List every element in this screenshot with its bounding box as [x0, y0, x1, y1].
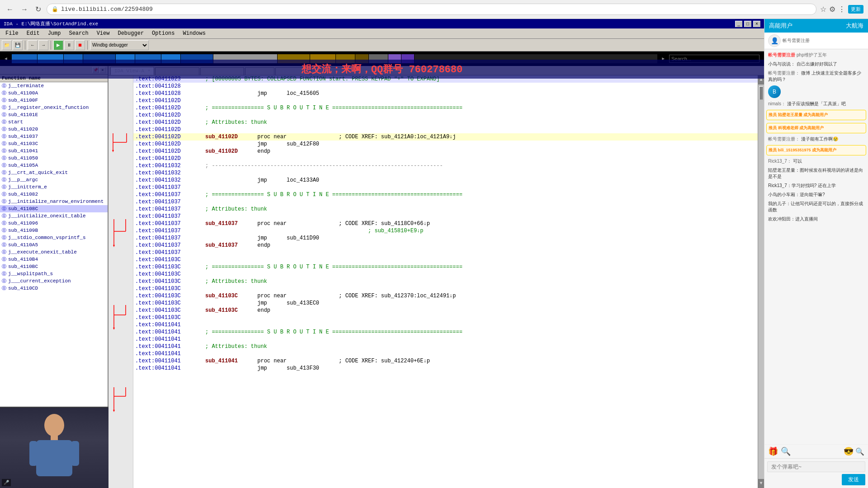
list-item[interactable]: ⓪ sub_4110CD	[0, 285, 108, 292]
url-bar[interactable]: 🔒 live.bilibili.com/22594809	[47, 4, 816, 15]
code-line: .text:00411028 jmp loc_415605	[133, 90, 758, 97]
chat-message: 我的儿子：让他写代码还是可以的，直接拆分成函数	[766, 200, 866, 214]
list-item[interactable]: ⓪ j___current_exception	[0, 277, 108, 285]
chat-message: Rick13_7： 可以	[766, 157, 866, 165]
bookmark-button[interactable]: ☆	[820, 5, 826, 14]
toolbar-pause[interactable]: ⏸	[64, 40, 74, 50]
chat-host-label: 大航海	[846, 22, 863, 30]
chat-vip-section-2: 推员 科视难老师 成为高能用户	[766, 123, 866, 133]
ida-titlebar-buttons: _ □ ×	[735, 21, 760, 27]
menu-jump[interactable]: Jump	[44, 29, 65, 38]
svg-marker-20	[113, 410, 115, 412]
debugger-select[interactable]: Windbg debugger	[90, 40, 149, 50]
url-text: live.bilibili.com/22594809	[61, 6, 153, 13]
toolbar-back[interactable]: ←	[28, 40, 38, 50]
chat-message: 欢欢冲阳田：进入直播间	[766, 215, 866, 223]
list-item[interactable]: ⓪ sub_411096	[0, 220, 108, 227]
code-line: .text:00411032 ; -----------------------…	[133, 162, 758, 169]
list-item[interactable]: ⓪ sub_41100F	[0, 97, 108, 104]
svg-marker-16	[113, 328, 115, 330]
list-item[interactable]: ⓪ sub_4110B4	[0, 256, 108, 263]
webcam-overlay: 🎤	[0, 407, 108, 488]
list-item[interactable]: ⓪ sub_41108C	[0, 205, 108, 212]
code-line: .text:00411037 sub_411037 proc near ; CO…	[133, 220, 758, 227]
update-button[interactable]: 更新	[848, 5, 863, 14]
toolbar-run[interactable]: ▶	[53, 40, 63, 50]
vertical-scrollbar[interactable]: ▲ ▼	[758, 75, 764, 488]
functions-window: Functions window 📌 × Function name ⓪ j__…	[0, 66, 108, 407]
ida-title: IDA - E:\网络直播\SortAndFind.exe	[4, 20, 98, 27]
list-item[interactable]: ⓪ j__terminate	[0, 82, 108, 89]
menu-windows[interactable]: Windows	[179, 29, 209, 38]
list-item[interactable]: ⓪ sub_411041	[0, 147, 108, 155]
chat-message: B	[766, 84, 866, 99]
extensions-button[interactable]: ⚙	[829, 5, 835, 14]
toolbar-stop[interactable]: ⏹	[75, 40, 85, 50]
close-button[interactable]: ×	[753, 21, 760, 27]
list-item[interactable]: ⓪ sub_41100A	[0, 89, 108, 97]
menu-options[interactable]: Options	[148, 29, 178, 38]
list-item[interactable]: ⓪ sub_41105A	[0, 162, 108, 169]
minimize-button[interactable]: _	[735, 21, 742, 27]
list-item[interactable]: ⓪ j__execute_onexit_table	[0, 249, 108, 256]
ida-menubar: File Edit Jump Search View Debugger Opti…	[0, 28, 764, 39]
code-line: .text:00411037	[133, 249, 758, 256]
list-item[interactable]: ⓪ sub_4110A5	[0, 241, 108, 249]
chat-message: 陷壁老王星量：图时候发在科视培训的讲述是向是不是	[766, 166, 866, 181]
maximize-button[interactable]: □	[744, 21, 751, 27]
list-item[interactable]: ⓪ sub_411020	[0, 126, 108, 133]
menu-view[interactable]: View	[93, 29, 113, 38]
menu-edit[interactable]: Edit	[23, 29, 43, 38]
list-item[interactable]: ⓪ j__p__argc	[0, 176, 108, 183]
chat-send-button[interactable]: 发送	[842, 474, 865, 485]
code-view-area: IDA View-A × Hex View-A × Structures ×	[108, 66, 764, 488]
search-icon[interactable]: 🔍	[781, 446, 791, 456]
reload-button[interactable]: ↻	[33, 3, 43, 15]
code-line: .text:0041102D	[133, 112, 758, 119]
list-item[interactable]: ⓪ sub_411050	[0, 155, 108, 162]
list-item[interactable]: ⓪ j__wsplitpath_s	[0, 270, 108, 277]
toolbar-forward[interactable]: →	[38, 40, 48, 50]
list-item[interactable]: ⓪ start	[0, 118, 108, 126]
chat-message: 小鸟的小车厢：逆向能干嘛?	[766, 191, 866, 199]
toolbar-open[interactable]: 📁	[2, 40, 12, 50]
list-item[interactable]: ⓪ j__initialize_onexit_table	[0, 212, 108, 220]
code-line: .text:00411032 jmp loc_4133A0	[133, 177, 758, 184]
code-content[interactable]: .text:00411023 ; [00000005 BYTES: COLLAP…	[133, 75, 758, 488]
overlay-banner: 想交流；来啊，QQ群号 760278680	[0, 60, 764, 79]
list-item[interactable]: ⓪ j__initterm_e	[0, 183, 108, 191]
code-line: .text:00411037 ; Attributes: thunk	[133, 206, 758, 213]
list-item[interactable]: ⓪ j__stdio_common_vsprintf_s	[0, 234, 108, 241]
user-avatar: 👤	[768, 34, 781, 47]
list-item[interactable]: ⓪ j__crt_at_quick_exit	[0, 169, 108, 176]
list-item[interactable]: ⓪ sub_411037	[0, 133, 108, 140]
svg-rect-2	[36, 440, 72, 476]
chat-text-input[interactable]	[767, 461, 865, 472]
menu-debugger[interactable]: Debugger	[114, 29, 147, 38]
chat-icon-buttons: 🎁 🔍 😎 🔍	[764, 444, 868, 458]
menu-file[interactable]: File	[2, 29, 22, 38]
functions-list[interactable]: ⓪ j__terminate ⓪ sub_41100A ⓪ sub_41100F	[0, 82, 108, 407]
gift-icon[interactable]: 🎁	[768, 446, 778, 456]
list-item[interactable]: ⓪ j__register_onexit_function	[0, 104, 108, 111]
functions-panel: Functions window 📌 × Function name ⓪ j__…	[0, 66, 108, 488]
menu-button[interactable]: ⋮	[838, 5, 845, 14]
list-item[interactable]: ⓪ sub_41101E	[0, 111, 108, 118]
code-line: .text:0041102D sub_41102D proc near ; CO…	[133, 133, 758, 141]
back-button[interactable]: ←	[5, 4, 15, 15]
emoji-icon-1[interactable]: 😎	[844, 446, 854, 456]
menu-search[interactable]: Search	[65, 29, 92, 38]
list-item[interactable]: ⓪ sub_4110BC	[0, 263, 108, 270]
forward-button[interactable]: →	[19, 4, 30, 15]
list-item[interactable]: ⓪ sub_41103C	[0, 140, 108, 147]
list-item[interactable]: ⓪ sub_41109B	[0, 227, 108, 234]
chat-input-area: 发送	[764, 458, 868, 488]
list-item[interactable]: ⓪ j__initialize_narrow_environment	[0, 198, 108, 205]
code-line: .text:0041102D	[133, 97, 758, 104]
ida-view-area: Functions window 📌 × Function name ⓪ j__…	[0, 66, 764, 488]
emoji-icon-2[interactable]: 🔍	[855, 447, 864, 456]
code-line: .text:00411041	[133, 336, 758, 343]
toolbar-save[interactable]: 💾	[13, 40, 23, 50]
list-item[interactable]: ⓪ sub_411082	[0, 191, 108, 198]
ida-window: 想交流；来啊，QQ群号 760278680 IDA - E:\网络直播\Sort…	[0, 19, 764, 488]
